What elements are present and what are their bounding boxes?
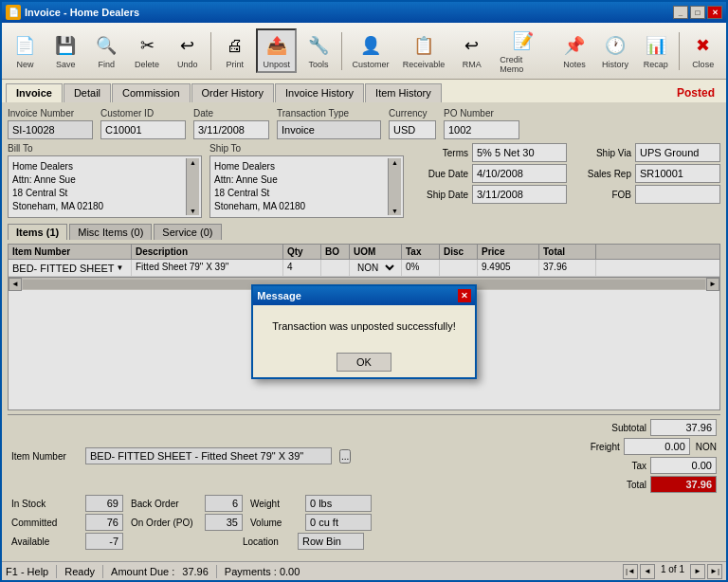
credit-memo-label: Credit Memo <box>500 55 546 74</box>
close-label: Close <box>692 60 714 69</box>
credit-memo-button[interactable]: 📝 Credit Memo <box>493 25 553 77</box>
tab-item-history[interactable]: Item History <box>365 83 442 102</box>
tab-order-history[interactable]: Order History <box>191 83 274 102</box>
receivable-icon: 📋 <box>410 32 437 59</box>
nav-buttons: |◄ ◄ 1 of 1 ► ►| <box>623 564 722 579</box>
find-label: Find <box>98 60 115 69</box>
help-text: F1 - Help <box>6 566 48 577</box>
notes-label: Notes <box>563 60 586 69</box>
toolbar-separator-3 <box>679 32 680 70</box>
modal-ok-button[interactable]: OK <box>337 353 391 372</box>
toolbar: 📄 New 💾 Save 🔍 Find ✂ Delete ↩ Undo 🖨 Pr… <box>2 23 726 80</box>
maximize-button[interactable]: □ <box>690 6 705 19</box>
find-icon: 🔍 <box>93 32 119 59</box>
titlebar-left: 📄 Invoice - Home Dealers <box>6 5 139 20</box>
amount-due-value: 37.96 <box>182 566 209 577</box>
new-label: New <box>16 60 33 69</box>
undo-icon: ↩ <box>174 32 201 59</box>
print-icon: 🖨 <box>222 32 248 59</box>
minimize-button[interactable]: _ <box>673 6 688 19</box>
page-info: 1 of 1 <box>657 564 688 579</box>
posted-status: Posted <box>669 83 722 102</box>
receivable-label: Receivable <box>403 60 446 69</box>
modal-message: Transaction was unposted successfully! <box>272 320 455 332</box>
nav-prev[interactable]: ◄ <box>640 564 655 579</box>
customer-button[interactable]: 👤 Customer <box>346 29 394 72</box>
modal-overlay: Message ✕ Transaction was unposted succe… <box>2 102 726 561</box>
status-text: Ready <box>64 566 95 577</box>
modal-footer: OK <box>253 347 474 377</box>
tab-invoice[interactable]: Invoice <box>6 83 63 102</box>
tools-button[interactable]: 🔧 Tools <box>299 29 337 72</box>
modal-body: Transaction was unposted successfully! <box>253 305 474 347</box>
unpost-button[interactable]: 📤 Unpost <box>256 28 297 73</box>
notes-icon: 📌 <box>561 32 588 59</box>
save-icon: 💾 <box>52 32 79 59</box>
titlebar: 📄 Invoice - Home Dealers _ □ ✕ <box>2 2 726 23</box>
history-icon: 🕐 <box>602 32 628 59</box>
find-button[interactable]: 🔍 Find <box>87 29 126 72</box>
rma-icon: ↩ <box>459 32 485 59</box>
nav-first[interactable]: |◄ <box>623 564 638 579</box>
modal-close-button[interactable]: ✕ <box>458 289 471 302</box>
status-sep-1 <box>56 565 57 578</box>
notes-button[interactable]: 📌 Notes <box>555 29 594 72</box>
amount-due-label: Amount Due : <box>111 566 174 577</box>
delete-icon: ✂ <box>134 32 160 59</box>
tab-commission[interactable]: Commission <box>112 83 191 102</box>
rma-button[interactable]: ↩ RMA <box>452 29 491 72</box>
close-button[interactable]: ✖ Close <box>683 29 722 72</box>
new-icon: 📄 <box>11 32 38 59</box>
new-button[interactable]: 📄 New <box>6 29 45 72</box>
recap-icon: 📊 <box>643 32 669 59</box>
customer-icon: 👤 <box>357 32 384 59</box>
unpost-label: Unpost <box>264 60 291 69</box>
modal-title: Message <box>257 290 300 301</box>
content-area: Invoice Number SI-10028 Customer ID C100… <box>2 102 726 561</box>
tools-label: Tools <box>308 60 328 69</box>
window-close-button[interactable]: ✕ <box>707 6 722 19</box>
delete-button[interactable]: ✂ Delete <box>128 29 167 72</box>
tab-detail[interactable]: Detail <box>64 83 111 102</box>
window-title: Invoice - Home Dealers <box>25 7 139 18</box>
toolbar-separator-1 <box>210 32 211 70</box>
titlebar-buttons: _ □ ✕ <box>673 6 722 19</box>
statusbar: F1 - Help Ready Amount Due : 37.96 Payme… <box>2 561 726 580</box>
main-tabs: Invoice Detail Commission Order History … <box>2 80 726 102</box>
save-button[interactable]: 💾 Save <box>46 29 85 72</box>
recap-button[interactable]: 📊 Recap <box>636 29 675 72</box>
delete-label: Delete <box>135 60 159 69</box>
rma-label: RMA <box>463 60 482 69</box>
toolbar-separator-2 <box>341 32 342 70</box>
payments-text: Payments : 0.00 <box>225 566 300 577</box>
modal-titlebar: Message ✕ <box>253 286 474 305</box>
status-sep-3 <box>216 565 217 578</box>
history-button[interactable]: 🕐 History <box>596 29 635 72</box>
customer-label: Customer <box>352 60 389 69</box>
history-label: History <box>602 60 628 69</box>
close-icon: ✖ <box>690 32 717 59</box>
message-dialog: Message ✕ Transaction was unposted succe… <box>251 284 476 379</box>
credit-memo-icon: 📝 <box>510 27 537 54</box>
tools-icon: 🔧 <box>305 32 332 59</box>
recap-label: Recap <box>644 60 668 69</box>
status-sep-2 <box>102 565 103 578</box>
save-label: Save <box>56 60 76 69</box>
tab-invoice-history[interactable]: Invoice History <box>275 83 364 102</box>
nav-last[interactable]: ►| <box>707 564 722 579</box>
main-window: 📄 Invoice - Home Dealers _ □ ✕ 📄 New 💾 S… <box>0 0 728 582</box>
print-button[interactable]: 🖨 Print <box>215 29 254 72</box>
print-label: Print <box>226 60 244 69</box>
receivable-button[interactable]: 📋 Receivable <box>397 29 451 72</box>
undo-button[interactable]: ↩ Undo <box>168 29 207 72</box>
nav-next[interactable]: ► <box>690 564 705 579</box>
unpost-icon: 📤 <box>264 32 290 59</box>
app-icon: 📄 <box>6 5 21 20</box>
undo-label: Undo <box>177 60 198 69</box>
